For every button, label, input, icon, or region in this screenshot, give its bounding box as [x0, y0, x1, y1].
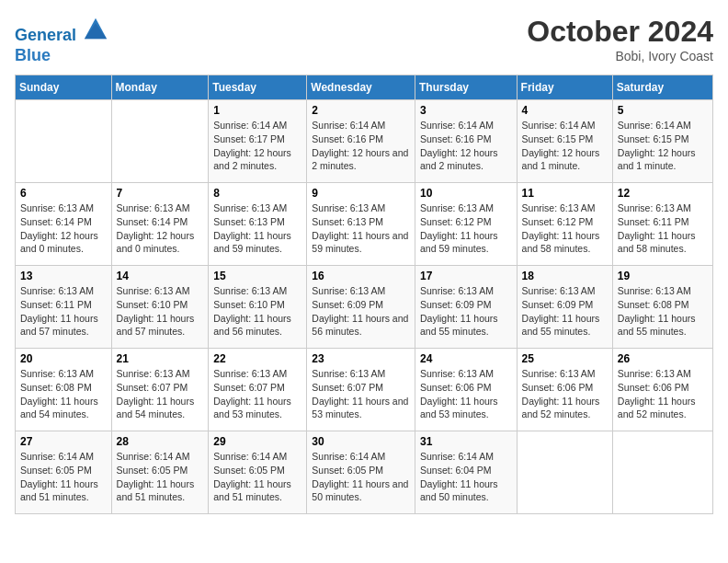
calendar-cell: 22Sunrise: 6:13 AM Sunset: 6:07 PM Dayli…: [209, 349, 307, 431]
day-info: Sunrise: 6:13 AM Sunset: 6:08 PM Dayligh…: [20, 367, 107, 421]
day-info: Sunrise: 6:14 AM Sunset: 6:16 PM Dayligh…: [420, 119, 512, 173]
day-number: 7: [117, 187, 204, 200]
calendar-cell: 23Sunrise: 6:13 AM Sunset: 6:07 PM Dayli…: [307, 349, 415, 431]
day-info: Sunrise: 6:14 AM Sunset: 6:05 PM Dayligh…: [20, 450, 107, 504]
calendar-cell: 11Sunrise: 6:13 AM Sunset: 6:12 PM Dayli…: [517, 183, 612, 266]
day-number: 30: [312, 435, 410, 448]
day-number: 6: [20, 187, 107, 200]
day-number: 14: [117, 270, 204, 282]
day-number: 9: [312, 187, 410, 200]
week-row-2: 6Sunrise: 6:13 AM Sunset: 6:14 PM Daylig…: [16, 183, 713, 266]
day-info: Sunrise: 6:14 AM Sunset: 6:05 PM Dayligh…: [117, 450, 204, 504]
title-block: October 2024 Bobi, Ivory Coast: [527, 15, 713, 63]
day-number: 8: [213, 187, 301, 200]
calendar-cell: 4Sunrise: 6:14 AM Sunset: 6:15 PM Daylig…: [517, 100, 612, 183]
header-sunday: Sunday: [16, 75, 112, 100]
calendar-cell: 15Sunrise: 6:13 AM Sunset: 6:10 PM Dayli…: [209, 266, 307, 349]
day-info: Sunrise: 6:13 AM Sunset: 6:13 PM Dayligh…: [312, 201, 410, 256]
day-number: 17: [420, 270, 512, 282]
calendar-cell: [111, 100, 209, 183]
day-info: Sunrise: 6:13 AM Sunset: 6:07 PM Dayligh…: [213, 367, 301, 421]
day-info: Sunrise: 6:14 AM Sunset: 6:04 PM Dayligh…: [420, 450, 512, 504]
week-row-1: 1Sunrise: 6:14 AM Sunset: 6:17 PM Daylig…: [16, 100, 713, 183]
calendar-cell: 30Sunrise: 6:14 AM Sunset: 6:05 PM Dayli…: [307, 431, 415, 514]
logo-icon: [83, 15, 108, 40]
calendar-cell: 21Sunrise: 6:13 AM Sunset: 6:07 PM Dayli…: [111, 349, 209, 431]
day-info: Sunrise: 6:14 AM Sunset: 6:05 PM Dayligh…: [213, 450, 301, 504]
logo-text: General Blue: [15, 15, 108, 65]
day-number: 5: [618, 104, 708, 117]
logo-blue: Blue: [15, 46, 51, 64]
day-info: Sunrise: 6:13 AM Sunset: 6:07 PM Dayligh…: [312, 367, 410, 421]
calendar-cell: [517, 431, 612, 514]
day-info: Sunrise: 6:13 AM Sunset: 6:11 PM Dayligh…: [20, 284, 107, 339]
day-info: Sunrise: 6:14 AM Sunset: 6:17 PM Dayligh…: [213, 119, 301, 173]
calendar-cell: 6Sunrise: 6:13 AM Sunset: 6:14 PM Daylig…: [16, 183, 112, 266]
calendar-cell: 12Sunrise: 6:13 AM Sunset: 6:11 PM Dayli…: [612, 183, 712, 266]
header-monday: Monday: [111, 75, 209, 100]
page-header: General Blue October 2024 Bobi, Ivory Co…: [15, 15, 713, 65]
calendar-cell: 16Sunrise: 6:13 AM Sunset: 6:09 PM Dayli…: [307, 266, 415, 349]
day-info: Sunrise: 6:14 AM Sunset: 6:05 PM Dayligh…: [312, 450, 410, 504]
day-info: Sunrise: 6:13 AM Sunset: 6:11 PM Dayligh…: [618, 201, 708, 256]
day-number: 3: [420, 104, 512, 117]
day-info: Sunrise: 6:13 AM Sunset: 6:14 PM Dayligh…: [20, 201, 107, 256]
calendar-table: SundayMondayTuesdayWednesdayThursdayFrid…: [15, 75, 713, 514]
header-friday: Friday: [517, 75, 612, 100]
header-wednesday: Wednesday: [307, 75, 415, 100]
day-info: Sunrise: 6:13 AM Sunset: 6:10 PM Dayligh…: [117, 284, 204, 339]
day-info: Sunrise: 6:14 AM Sunset: 6:15 PM Dayligh…: [618, 119, 708, 173]
calendar-cell: 20Sunrise: 6:13 AM Sunset: 6:08 PM Dayli…: [16, 349, 112, 431]
day-number: 10: [420, 187, 512, 200]
day-info: Sunrise: 6:13 AM Sunset: 6:13 PM Dayligh…: [213, 201, 301, 256]
day-number: 18: [522, 270, 608, 282]
week-row-4: 20Sunrise: 6:13 AM Sunset: 6:08 PM Dayli…: [16, 349, 713, 431]
day-number: 19: [618, 270, 708, 282]
day-info: Sunrise: 6:13 AM Sunset: 6:06 PM Dayligh…: [420, 367, 512, 421]
calendar-cell: 27Sunrise: 6:14 AM Sunset: 6:05 PM Dayli…: [16, 431, 112, 514]
day-number: 12: [618, 187, 708, 200]
calendar-cell: 28Sunrise: 6:14 AM Sunset: 6:05 PM Dayli…: [111, 431, 209, 514]
day-info: Sunrise: 6:13 AM Sunset: 6:10 PM Dayligh…: [213, 284, 301, 339]
day-number: 20: [20, 352, 107, 365]
day-number: 31: [420, 435, 512, 448]
day-info: Sunrise: 6:13 AM Sunset: 6:06 PM Dayligh…: [618, 367, 708, 421]
day-number: 4: [522, 104, 608, 117]
week-row-3: 13Sunrise: 6:13 AM Sunset: 6:11 PM Dayli…: [16, 266, 713, 349]
week-row-5: 27Sunrise: 6:14 AM Sunset: 6:05 PM Dayli…: [16, 431, 713, 514]
day-number: 25: [522, 352, 608, 365]
day-info: Sunrise: 6:13 AM Sunset: 6:06 PM Dayligh…: [522, 367, 608, 421]
calendar-cell: [16, 100, 112, 183]
calendar-cell: 3Sunrise: 6:14 AM Sunset: 6:16 PM Daylig…: [415, 100, 517, 183]
day-number: 29: [213, 435, 301, 448]
calendar-cell: 7Sunrise: 6:13 AM Sunset: 6:14 PM Daylig…: [111, 183, 209, 266]
day-number: 2: [312, 104, 410, 117]
day-info: Sunrise: 6:13 AM Sunset: 6:12 PM Dayligh…: [522, 201, 608, 256]
calendar-cell: 2Sunrise: 6:14 AM Sunset: 6:16 PM Daylig…: [307, 100, 415, 183]
day-number: 11: [522, 187, 608, 200]
header-thursday: Thursday: [415, 75, 517, 100]
calendar-cell: 10Sunrise: 6:13 AM Sunset: 6:12 PM Dayli…: [415, 183, 517, 266]
day-number: 24: [420, 352, 512, 365]
day-info: Sunrise: 6:13 AM Sunset: 6:09 PM Dayligh…: [420, 284, 512, 339]
calendar-header-row: SundayMondayTuesdayWednesdayThursdayFrid…: [16, 75, 713, 100]
location: Bobi, Ivory Coast: [527, 49, 713, 63]
calendar-cell: 8Sunrise: 6:13 AM Sunset: 6:13 PM Daylig…: [209, 183, 307, 266]
calendar-cell: 1Sunrise: 6:14 AM Sunset: 6:17 PM Daylig…: [209, 100, 307, 183]
calendar-cell: 26Sunrise: 6:13 AM Sunset: 6:06 PM Dayli…: [612, 349, 712, 431]
calendar-cell: 14Sunrise: 6:13 AM Sunset: 6:10 PM Dayli…: [111, 266, 209, 349]
calendar-cell: 25Sunrise: 6:13 AM Sunset: 6:06 PM Dayli…: [517, 349, 612, 431]
day-info: Sunrise: 6:13 AM Sunset: 6:14 PM Dayligh…: [117, 201, 204, 256]
day-number: 26: [618, 352, 708, 365]
day-info: Sunrise: 6:13 AM Sunset: 6:08 PM Dayligh…: [618, 284, 708, 339]
day-number: 27: [20, 435, 107, 448]
logo: General Blue: [15, 15, 108, 65]
day-info: Sunrise: 6:13 AM Sunset: 6:12 PM Dayligh…: [420, 201, 512, 256]
day-info: Sunrise: 6:13 AM Sunset: 6:07 PM Dayligh…: [117, 367, 204, 421]
calendar-cell: 13Sunrise: 6:13 AM Sunset: 6:11 PM Dayli…: [16, 266, 112, 349]
day-number: 22: [213, 352, 301, 365]
calendar-cell: 31Sunrise: 6:14 AM Sunset: 6:04 PM Dayli…: [415, 431, 517, 514]
calendar-cell: [612, 431, 712, 514]
calendar-cell: 5Sunrise: 6:14 AM Sunset: 6:15 PM Daylig…: [612, 100, 712, 183]
calendar-body: 1Sunrise: 6:14 AM Sunset: 6:17 PM Daylig…: [16, 100, 713, 514]
